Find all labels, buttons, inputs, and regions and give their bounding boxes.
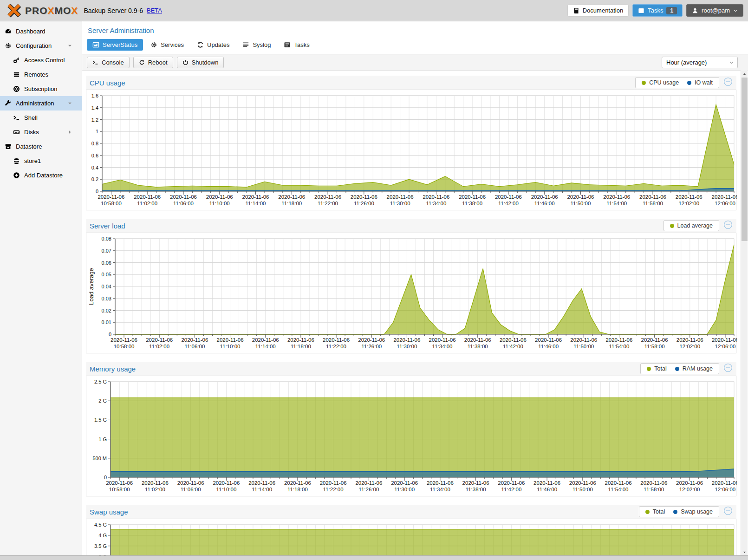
sidebar-item-disks[interactable]: Disks: [0, 125, 82, 139]
sidebar-item-subscription[interactable]: Subscription: [0, 82, 82, 96]
beta-link[interactable]: BETA: [147, 7, 162, 14]
x-tick-time: 11:34:00: [432, 344, 453, 349]
x-tick-date: 2020-11-06: [459, 194, 486, 200]
sidebar-item-label: Datastore: [16, 143, 42, 150]
sidebar-item-label: Configuration: [16, 42, 52, 49]
datastore-icon: [4, 143, 12, 150]
y-axis-label: Load average: [88, 268, 95, 305]
x-tick-date: 2020-11-06: [640, 480, 667, 486]
x-tick-time: 11:30:00: [394, 487, 415, 492]
x-tick-time: 10:58:00: [101, 201, 122, 206]
collapse-panel-button[interactable]: [723, 77, 733, 88]
x-tick-time: 11:38:00: [462, 201, 482, 206]
sidebar-item-access-control[interactable]: Access Control: [0, 53, 82, 67]
tab-services[interactable]: Services: [145, 39, 189, 51]
tasklist-icon: [638, 7, 644, 14]
x-tick-time: 11:10:00: [209, 201, 230, 206]
tab-updates[interactable]: Updates: [191, 39, 235, 51]
reboot-button[interactable]: Reboot: [133, 57, 173, 68]
product-version-label: Backup Server 0.9-6: [84, 7, 143, 14]
sidebar-item-configuration[interactable]: Configuration: [0, 39, 82, 53]
y-tick-label: 1.6: [91, 93, 98, 98]
panel-title: Swap usage: [90, 508, 639, 516]
app-header: PROXMOX Backup Server 0.9-6 BETA Documen…: [0, 0, 748, 21]
sidebar-item-label: Shell: [24, 114, 38, 121]
x-tick-time: 11:26:00: [358, 487, 379, 492]
x-tick-date: 2020-11-06: [217, 337, 244, 343]
sidebar-item-add-datastore[interactable]: Add Datastore: [0, 168, 82, 182]
chart-legend: Load average: [663, 220, 719, 231]
x-tick-date: 2020-11-06: [242, 194, 269, 200]
x-tick-time: 12:06:00: [715, 201, 735, 206]
x-tick-time: 11:34:00: [430, 487, 450, 492]
shutdown-button[interactable]: Shutdown: [177, 57, 224, 68]
x-tick-date: 2020-11-06: [569, 480, 596, 486]
x-tick-date: 2020-11-06: [170, 194, 197, 200]
tab-tasks[interactable]: Tasks: [278, 39, 315, 51]
tachometer-icon: [4, 28, 12, 35]
gears-icon: [150, 41, 157, 48]
button-label: Reboot: [148, 59, 168, 66]
collapse-panel-button[interactable]: [723, 363, 733, 374]
x-tick-date: 2020-11-06: [213, 480, 240, 486]
legend-label: CPU usage: [649, 79, 679, 86]
x-tick-time: 11:18:00: [291, 344, 311, 349]
proxmox-logo: PROXMOX: [6, 3, 78, 18]
sidebar-item-dashboard[interactable]: Dashboard: [0, 24, 82, 39]
console-button[interactable]: Console: [87, 57, 130, 68]
caret-down-icon: [66, 101, 74, 106]
x-tick-time: 11:10:00: [216, 487, 236, 492]
wordmark-part: X: [71, 5, 78, 16]
legend-label: Total: [653, 508, 665, 515]
disk-icon: [13, 129, 20, 136]
x-tick-date: 2020-11-06: [535, 337, 562, 343]
collapse-panel-button[interactable]: [723, 506, 733, 517]
documentation-button[interactable]: Documentation: [567, 4, 629, 17]
x-tick-date: 2020-11-06: [500, 337, 527, 343]
sidebar-item-remotes[interactable]: Remotes: [0, 67, 82, 82]
wordmark-part: MO: [55, 5, 72, 16]
x-tick-date: 2020-11-06: [177, 480, 204, 486]
vertical-scrollbar[interactable]: [741, 71, 748, 555]
scroll-up-button[interactable]: [741, 71, 748, 77]
tasks-button[interactable]: Tasks 1: [632, 4, 683, 17]
legend-item: Load average: [670, 222, 713, 229]
user-menu-button[interactable]: root@pam: [686, 4, 743, 17]
timeframe-select[interactable]: Hour (average): [662, 57, 738, 68]
x-tick-date: 2020-11-06: [391, 480, 418, 486]
scrollbar-thumb[interactable]: [741, 78, 748, 241]
sidebar-item-store1[interactable]: store1: [0, 154, 82, 168]
sidebar: DashboardConfigurationAccess ControlRemo…: [0, 21, 82, 555]
collapse-panel-button[interactable]: [723, 220, 733, 231]
wrench-icon: [4, 100, 12, 107]
x-tick-date: 2020-11-06: [181, 337, 208, 343]
x-tick-time: 11:02:00: [149, 344, 169, 349]
tab-syslog[interactable]: Syslog: [237, 39, 276, 51]
x-tick-date: 2020-11-06: [464, 337, 491, 343]
x-tick-date: 2020-11-06: [498, 480, 525, 486]
y-tick-label: 4 G: [98, 533, 107, 538]
chart-svg: 0500 M1 G1.5 G2 G2.5 G2020-11-0610:58:00…: [86, 376, 737, 496]
x-tick-date: 2020-11-06: [355, 480, 382, 486]
sidebar-item-administration[interactable]: Administration: [0, 96, 82, 111]
caret-down-icon: [66, 43, 74, 48]
x-tick-time: 11:18:00: [287, 487, 308, 492]
key-icon: [13, 57, 20, 64]
x-tick-time: 11:30:00: [397, 344, 417, 349]
tab-serverstatus[interactable]: ServerStatus: [87, 39, 143, 51]
sidebar-item-datastore[interactable]: Datastore: [0, 139, 82, 154]
x-tick-date: 2020-11-06: [358, 337, 385, 343]
x-tick-time: 11:50:00: [571, 201, 591, 206]
scroll-down-button[interactable]: [741, 549, 748, 555]
chart-panel-cpu-usage: CPU usageCPU usageIO wait00.20.40.60.811…: [86, 76, 736, 210]
x-tick-time: 11:34:00: [426, 201, 446, 206]
tasklist-icon: [284, 41, 291, 48]
x-tick-date: 2020-11-06: [533, 480, 560, 486]
sidebar-item-shell[interactable]: Shell: [0, 111, 82, 125]
refresh-icon: [197, 41, 204, 48]
wordmark-part: PRO: [25, 5, 48, 16]
x-tick-time: 11:26:00: [361, 344, 382, 349]
x-tick-date: 2020-11-06: [284, 480, 311, 486]
y-tick-label: 0.6: [91, 153, 98, 158]
x-tick-time: 11:14:00: [252, 487, 272, 492]
